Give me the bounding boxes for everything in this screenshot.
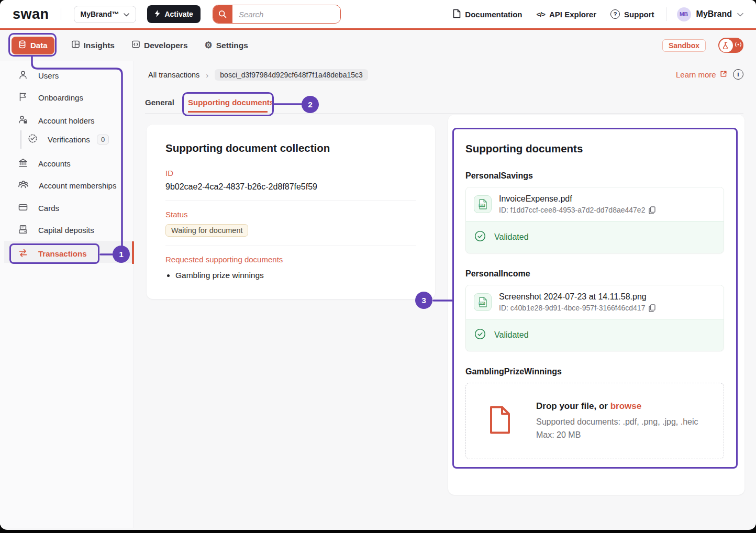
document-file-name: InvoiceExpense.pdf xyxy=(499,194,655,204)
app-window: swan MyBrand™ Activate Documentat xyxy=(0,0,756,530)
browse-link[interactable]: browse xyxy=(610,401,642,411)
supporting-documents-card: Supporting documents PersonalSavings PDF… xyxy=(448,115,744,495)
header-divider xyxy=(61,8,61,20)
tab-general[interactable]: General xyxy=(145,98,174,107)
swan-logo: swan xyxy=(13,6,49,23)
supporting-document-collection-card: Supporting document collection ID 9b02ca… xyxy=(147,125,435,299)
brand-selector-dropdown[interactable]: MyBrand™ xyxy=(74,6,137,23)
validated-label: Validated xyxy=(494,330,529,340)
info-icon[interactable]: i xyxy=(733,69,743,80)
tabs-bottom-border xyxy=(145,113,743,114)
validated-status-row: Validated xyxy=(466,221,724,253)
user-icon xyxy=(18,70,28,82)
nav-settings-label: Settings xyxy=(216,41,248,50)
sidebar-item-transactions[interactable]: Transactions xyxy=(18,247,87,260)
help-icon: ? xyxy=(610,9,620,19)
environment-toggle[interactable] xyxy=(718,38,743,53)
sidebar-account-holders-label: Account holders xyxy=(38,116,95,125)
person-lock-icon xyxy=(18,115,28,127)
sidebar-active-indicator xyxy=(132,241,134,264)
dropzone-text: Drop your file, or xyxy=(536,401,610,411)
document-row[interactable]: PDF InvoiceExpense.pdf ID: f1dd7ccf-cee8… xyxy=(466,187,724,221)
chevron-down-icon xyxy=(737,9,743,19)
sidebar-capital-deposits-label: Capital deposits xyxy=(38,226,94,235)
requested-document-item: Gambling prize winnings xyxy=(175,271,416,280)
sidebar-item-account-memberships[interactable]: Account memberships xyxy=(18,179,116,192)
learn-more-link[interactable]: Learn more xyxy=(676,70,727,79)
tab-supporting-documents[interactable]: Supporting documents xyxy=(188,98,274,107)
nav-item-insights[interactable]: Insights xyxy=(71,40,115,51)
sidebar-item-onboardings[interactable]: Onboardings xyxy=(18,91,83,104)
body-area: Users Onboardings Account holders Verifi… xyxy=(0,61,756,528)
learn-more-label: Learn more xyxy=(676,70,716,79)
sidebar-item-accounts[interactable]: Accounts xyxy=(18,157,71,170)
flask-icon xyxy=(719,39,733,52)
sidebar-subitem-line xyxy=(20,130,21,149)
api-explorer-label: API Explorer xyxy=(549,10,596,19)
status-field-label: Status xyxy=(165,210,416,219)
status-badge: Waiting for document xyxy=(165,224,248,237)
requested-documents-list: Gambling prize winnings xyxy=(175,271,416,280)
lightning-bolt-icon xyxy=(154,10,160,19)
nav-insights-label: Insights xyxy=(84,41,115,50)
collection-id-value: 9b02cae2-4ca2-4837-b26c-2d8f87fe5f59 xyxy=(165,182,416,192)
avatar: MB xyxy=(677,7,691,21)
top-header: swan MyBrand™ Activate Documentat xyxy=(0,0,756,30)
nav-item-settings[interactable]: ⚙ Settings xyxy=(205,41,248,50)
dropzone-supported-formats: Supported documents: .pdf, .png, .jpg, .… xyxy=(536,415,698,428)
sandbox-badge: Sandbox xyxy=(662,39,706,52)
requested-documents-label: Requested supporting documents xyxy=(165,255,416,264)
breadcrumb-transaction-id: bosci_d3f97984d929cf648f7f1a48deba15c3 xyxy=(215,69,368,81)
documentation-label: Documentation xyxy=(465,10,522,19)
sidebar-item-verifications[interactable]: Verifications 0 xyxy=(28,133,109,146)
search-icon[interactable] xyxy=(213,5,232,23)
activate-label: Activate xyxy=(164,10,193,18)
brand-selector-label: MyBrand™ xyxy=(81,10,119,18)
card-icon xyxy=(18,202,28,214)
document-icon xyxy=(453,9,461,20)
sidebar-item-users[interactable]: Users xyxy=(18,69,59,82)
nav-item-developers[interactable]: Developers xyxy=(131,40,188,51)
validated-status-row: Validated xyxy=(466,319,724,351)
sidebar: Users Onboardings Account holders Verifi… xyxy=(0,61,134,528)
sidebar-verifications-label: Verifications xyxy=(48,135,90,144)
sidebar-cards-label: Cards xyxy=(38,204,59,213)
section-personal-income: PersonalIncome xyxy=(465,269,724,279)
chevron-down-icon xyxy=(124,10,129,18)
nav-item-data[interactable]: Data xyxy=(12,37,54,54)
support-link[interactable]: ? Support xyxy=(610,9,654,19)
flag-icon xyxy=(18,92,28,104)
breadcrumb-separator-icon: › xyxy=(206,71,208,80)
document-group: PNG Screenshot 2024-07-23 at 14.11.58.pn… xyxy=(465,285,724,351)
copy-icon[interactable] xyxy=(649,304,655,312)
pdf-file-icon: PDF xyxy=(474,195,492,213)
breadcrumb-all-transactions[interactable]: All transactions xyxy=(148,71,199,79)
header-divider xyxy=(666,7,666,21)
sidebar-item-account-holders[interactable]: Account holders xyxy=(18,114,95,127)
api-explorer-link[interactable]: </> API Explorer xyxy=(536,10,596,19)
document-row[interactable]: PNG Screenshot 2024-07-23 at 14.11.58.pn… xyxy=(466,285,724,319)
sidebar-item-cards[interactable]: Cards xyxy=(18,202,59,214)
sidebar-transactions-label: Transactions xyxy=(38,249,87,258)
sidebar-users-label: Users xyxy=(38,71,59,80)
png-file-icon: PNG xyxy=(474,293,492,311)
divider xyxy=(165,201,416,201)
tab-active-underline xyxy=(188,111,268,113)
document-id: ID: c40b1e28-9d91-4bce-957f-3166f46cd417 xyxy=(499,304,645,312)
activate-button[interactable]: Activate xyxy=(147,5,200,23)
account-name: MyBrand xyxy=(696,9,732,19)
svg-text:PNG: PNG xyxy=(479,302,484,305)
file-dropzone[interactable]: Drop your file, or browse Supported docu… xyxy=(465,383,724,459)
sidebar-account-memberships-label: Account memberships xyxy=(39,181,116,190)
copy-icon[interactable] xyxy=(649,206,655,214)
check-circle-icon xyxy=(474,230,486,244)
external-link-icon xyxy=(720,70,727,79)
sidebar-item-capital-deposits[interactable]: Capital deposits xyxy=(18,224,94,236)
section-gambling-prize-winnings: GamblingPrizeWinnings xyxy=(465,367,724,376)
upload-file-icon xyxy=(488,405,512,437)
gear-icon: ⚙ xyxy=(205,41,213,50)
documentation-link[interactable]: Documentation xyxy=(453,9,522,20)
search-input[interactable] xyxy=(232,5,341,23)
account-menu[interactable]: MB MyBrand xyxy=(677,7,743,21)
bank-icon xyxy=(18,158,28,170)
